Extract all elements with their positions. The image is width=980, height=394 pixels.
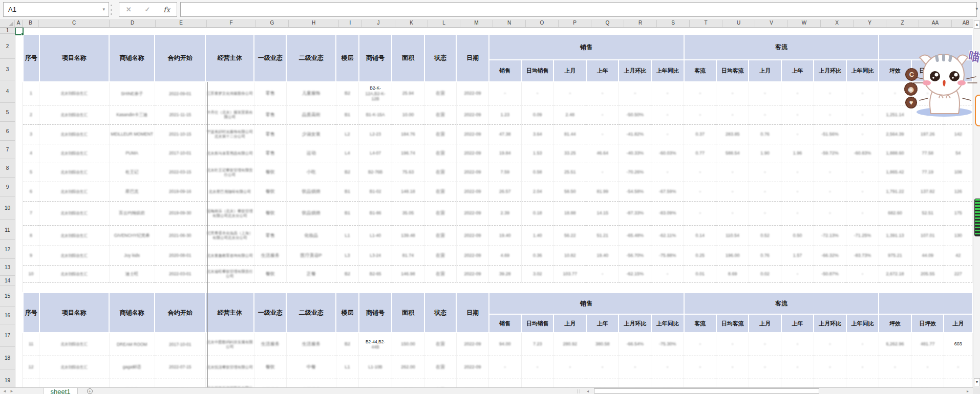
column-letter[interactable]: H	[289, 19, 339, 27]
header-cell[interactable]: 序号	[23, 293, 39, 333]
cell[interactable]: 1.23	[489, 105, 521, 124]
cell[interactable]: 81.44	[553, 124, 586, 144]
cell[interactable]: -	[684, 333, 716, 356]
header-cell[interactable]: 客流	[684, 314, 716, 333]
cell[interactable]: 2019-09-16	[155, 182, 205, 201]
cell[interactable]: 餐饮	[254, 265, 286, 282]
column-letter[interactable]: O	[526, 19, 559, 27]
cell[interactable]: B2	[336, 82, 359, 105]
cell[interactable]: 380.58	[586, 333, 619, 356]
cell[interactable]: 196.74	[392, 144, 424, 163]
cell[interactable]: -72.13%	[814, 225, 846, 246]
cell[interactable]: -75.30%	[651, 333, 684, 356]
cell[interactable]: 2022-09	[456, 144, 488, 163]
column-letter[interactable]: Y	[854, 19, 886, 27]
cell[interactable]: 283.85	[716, 124, 749, 144]
cell[interactable]: 1.71	[521, 379, 553, 387]
cell[interactable]: 在营	[424, 246, 456, 265]
header-cell[interactable]: 日均销售	[521, 314, 553, 333]
cell[interactable]: 2022-09	[456, 225, 488, 246]
cell[interactable]: -	[749, 105, 781, 124]
row-number[interactable]: 18	[0, 347, 15, 369]
cell[interactable]: -65.48%	[619, 225, 651, 246]
cell[interactable]: 0.09	[521, 105, 553, 124]
cell[interactable]: -	[651, 163, 684, 182]
cell[interactable]: 39.72	[553, 379, 586, 387]
cell[interactable]: PUMA	[109, 144, 155, 163]
cell[interactable]: 10.00	[392, 105, 424, 124]
cell[interactable]: 2	[23, 105, 39, 124]
header-group-sales[interactable]: 销售	[489, 293, 684, 314]
cell[interactable]: -	[814, 379, 846, 387]
cell[interactable]: 77.19	[911, 163, 944, 182]
column-letter[interactable]: K	[395, 19, 428, 27]
cell[interactable]: 348.84	[911, 379, 944, 387]
cell[interactable]: 1.53	[521, 144, 553, 163]
confirm-icon[interactable]: ✓	[144, 6, 150, 13]
cell[interactable]: -	[814, 182, 846, 201]
cell[interactable]: L4	[336, 144, 359, 163]
header-cell[interactable]: 序号	[23, 34, 39, 82]
cell[interactable]: 150.00	[392, 333, 424, 356]
cell[interactable]: 107.01	[911, 225, 944, 246]
header-cell[interactable]: 楼层	[336, 34, 359, 82]
cell[interactable]: -45.33%	[651, 379, 684, 387]
cell[interactable]: 1	[23, 82, 39, 105]
add-sheet-icon[interactable]: +	[87, 388, 93, 394]
cell[interactable]: 北京朝阳合生汇	[39, 124, 109, 144]
cell[interactable]: 26.57	[489, 182, 521, 201]
cell[interactable]: -	[814, 333, 846, 356]
cell[interactable]: 2022-09	[456, 163, 488, 182]
header-group-sales[interactable]: 销售	[489, 34, 684, 60]
cell[interactable]: 0.77	[684, 144, 716, 163]
cell[interactable]: 2.39	[489, 201, 521, 225]
column-letter[interactable]: X	[821, 19, 854, 27]
header-cell[interactable]: 日坪效	[911, 314, 944, 333]
cell[interactable]: 77.58	[911, 144, 944, 163]
cell[interactable]: B2	[336, 379, 359, 387]
cell[interactable]: 2022-07-15	[155, 356, 205, 379]
row-number[interactable]: 12	[0, 240, 15, 259]
cell[interactable]: 杜王记	[109, 163, 155, 182]
cell[interactable]: 4	[23, 144, 39, 163]
cell[interactable]: -	[749, 163, 781, 182]
cell[interactable]: 小吃	[286, 163, 336, 182]
row-number[interactable]: 10	[0, 196, 15, 220]
cell[interactable]: 261	[944, 379, 972, 387]
cell[interactable]: 0.76	[749, 124, 781, 144]
cell[interactable]: 9	[23, 246, 39, 265]
cell[interactable]: 0.76	[749, 246, 781, 265]
cell[interactable]: 481.77	[911, 333, 944, 356]
header-cell[interactable]: 日期	[456, 293, 488, 333]
cell[interactable]: GIVENCHY纪梵希	[109, 225, 155, 246]
cell[interactable]: 11	[23, 333, 39, 356]
cell[interactable]: 纪梵希香水化妆品（上海）有限公司北京分公司	[205, 225, 254, 246]
row-number[interactable]: 15	[0, 286, 15, 307]
row-number[interactable]: 5	[0, 103, 15, 122]
cell[interactable]: -	[814, 82, 846, 105]
header-cell[interactable]: 面积	[392, 34, 424, 82]
cell[interactable]: 1,865.42	[879, 163, 911, 182]
cell[interactable]: L1	[336, 356, 359, 379]
cell[interactable]: B2-21A	[359, 379, 392, 387]
tab-scroll-splitter[interactable]	[578, 389, 580, 393]
cell[interactable]: 7.23	[521, 333, 553, 356]
cell[interactable]: -	[716, 356, 749, 379]
header-cell[interactable]: 项目名称	[39, 34, 109, 82]
header-cell[interactable]: 合约开始	[155, 34, 205, 82]
header-cell[interactable]: 商铺名称	[109, 34, 155, 82]
cell[interactable]: 1,791.22	[879, 182, 911, 201]
cell[interactable]: -	[521, 356, 553, 379]
cell[interactable]: gaga鲜语	[109, 356, 155, 379]
cell[interactable]: 正餐	[286, 265, 336, 282]
cell[interactable]: 在营	[424, 379, 456, 387]
cell[interactable]: 10.82	[553, 246, 586, 265]
cell[interactable]: L1-10B	[359, 356, 392, 379]
cell[interactable]: -50.50%	[619, 105, 651, 124]
cell[interactable]: -	[684, 379, 716, 387]
cell[interactable]: 儿童服饰	[286, 82, 336, 105]
cell[interactable]: -	[846, 356, 879, 379]
cell[interactable]: 0.36	[521, 246, 553, 265]
cell[interactable]: 103.77	[553, 265, 586, 282]
select-all-corner[interactable]	[0, 19, 15, 27]
